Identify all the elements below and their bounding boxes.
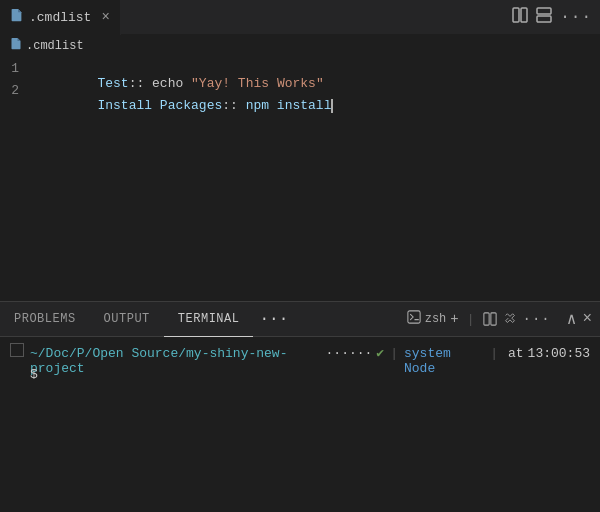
svg-rect-6 [490,313,495,325]
terminal-checkbox [10,343,24,357]
split-editor-icon[interactable] [512,7,528,28]
text-cursor [331,99,333,113]
svg-rect-2 [537,8,551,14]
code-package: npm install [246,98,332,113]
terminal-prompt: $ [30,367,38,382]
terminal-path: ~/Doc/P/Open Source/my-shiny-new-project [30,346,322,376]
new-terminal-button[interactable]: zsh + [407,310,459,328]
code-operator-2: :: [222,98,245,113]
panel-actions: zsh + | ··· ∧ × [407,309,600,329]
more-terminal-actions[interactable]: ··· [523,311,551,327]
terminal-content: ~/Doc/P/Open Source/my-shiny-new-project… [0,337,600,512]
tab-output[interactable]: OUTPUT [90,302,164,337]
tab-terminal-label: TERMINAL [178,312,240,326]
more-actions-icon[interactable]: ··· [560,8,592,26]
tab-bar: .cmdlist × ··· [0,0,600,35]
editor-line-1: 1 Test:: echo "Yay! This Works" [0,61,600,83]
layout-icon[interactable] [536,7,552,28]
bottom-panel: PROBLEMS OUTPUT TERMINAL ··· zsh + | [0,302,600,512]
terminal-at: at [508,346,524,361]
editor-lines: 1 Test:: echo "Yay! This Works" 2 Instal… [0,57,600,301]
editor-area: 1 Test:: echo "Yay! This Works" 2 Instal… [0,57,600,301]
terminal-time: 13:00:53 [528,346,590,361]
terminal-separator: | [390,346,398,361]
kill-terminal-icon[interactable] [503,312,517,326]
svg-rect-4 [408,311,420,323]
breadcrumb-label: .cmdlist [26,39,84,53]
sep1: | [467,312,475,327]
terminal-check-icon: ✔ [376,345,384,361]
line-content-2: Install Packages:: npm install [35,83,333,128]
file-icon [10,9,23,26]
tab-terminal[interactable]: TERMINAL [164,302,254,337]
breadcrumb-file-icon [10,38,22,54]
terminal-separator-2: | [490,346,498,361]
editor-tab-cmdlist[interactable]: .cmdlist × [0,0,121,35]
panel-tab-more[interactable]: ··· [253,310,294,328]
terminal-shell-icon [407,310,421,328]
code-keyword-2: Install Packages [97,98,222,113]
tab-problems-label: PROBLEMS [14,312,76,326]
add-terminal-icon[interactable]: + [450,311,458,327]
tab-problems[interactable]: PROBLEMS [0,302,90,337]
tab-bar-actions: ··· [512,7,600,28]
tab-label: .cmdlist [29,10,91,25]
editor-line-2: 2 Install Packages:: npm install [0,83,600,105]
close-panel-icon[interactable]: × [582,310,592,328]
breadcrumb: .cmdlist [0,35,600,57]
terminal-dots: ······ [326,346,373,361]
terminal-line-1: ~/Doc/P/Open Source/my-shiny-new-project… [10,343,590,365]
line-number-2: 2 [0,83,35,98]
tab-close-button[interactable]: × [101,9,109,25]
svg-rect-1 [521,8,527,22]
tab-output-label: OUTPUT [104,312,150,326]
maximize-panel-icon[interactable]: ∧ [567,309,577,329]
shell-label: zsh [425,312,447,326]
split-terminal-icon[interactable] [483,312,497,326]
svg-rect-5 [483,313,488,325]
svg-rect-0 [513,8,519,22]
terminal-node-label: system Node [404,346,484,376]
line-number-1: 1 [0,61,35,76]
svg-rect-3 [537,16,551,22]
panel-tab-bar: PROBLEMS OUTPUT TERMINAL ··· zsh + | [0,302,600,337]
